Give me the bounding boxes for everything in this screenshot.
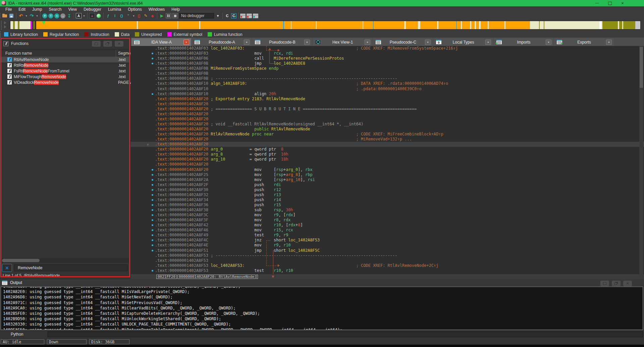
list-red-icon[interactable] bbox=[240, 14, 246, 18]
tab-local-types[interactable]: 0Local Types× bbox=[433, 38, 493, 46]
disasm-line[interactable]: .text:00000001402A8F42 mov r10, [rdx+8] bbox=[131, 223, 644, 228]
diamond-icon[interactable]: ◆ bbox=[150, 13, 155, 18]
close-tab-icon[interactable]: × bbox=[546, 40, 551, 45]
menu-item-edit[interactable]: Edit bbox=[15, 7, 29, 12]
tab-pseudocode-b[interactable]: Pseudocode-B× bbox=[252, 38, 312, 46]
caret-icon[interactable]: ▾ bbox=[36, 13, 39, 18]
list-teal-icon[interactable] bbox=[253, 14, 258, 18]
floppy-icon[interactable] bbox=[9, 13, 14, 18]
float-button[interactable] bbox=[612, 281, 621, 286]
close-button[interactable]: × bbox=[621, 1, 625, 5]
disasm-vscrollbar[interactable] bbox=[639, 46, 643, 274]
tab-hex-view-1[interactable]: Hex View-1× bbox=[313, 38, 372, 46]
disasm-line[interactable]: .text:00000001402A8F49 test r9, r9 bbox=[131, 233, 644, 238]
caret-icon[interactable]: ▾ bbox=[132, 13, 135, 18]
disasm-line[interactable]: .text:00000001402A8F03 mov rcx, rdi bbox=[131, 51, 644, 56]
disasm-line[interactable]: .text:00000001402A8F2F push rdi bbox=[131, 182, 644, 187]
disasm-line[interactable]: .text:00000001402A8F53 test r10, r10 bbox=[131, 268, 644, 273]
undo-icon[interactable]: ↶ bbox=[18, 13, 24, 18]
menu-item-windows[interactable]: Windows bbox=[145, 7, 168, 12]
pause-icon[interactable] bbox=[166, 13, 171, 18]
menu-item-help[interactable]: Help bbox=[168, 7, 183, 12]
disasm-line[interactable]: .text:00000001402A8F53 loc_1402A8F53: ; … bbox=[131, 263, 644, 268]
column-divider[interactable] bbox=[116, 50, 116, 57]
caretbox-icon[interactable]: ▾ bbox=[215, 13, 221, 18]
disasm-line[interactable]: .text:00000001402A8F20 arg_10 = qword pt… bbox=[131, 157, 644, 162]
disasm-line[interactable]: .text:00000001402A8F51 jmp short loc_140… bbox=[131, 248, 644, 253]
disasm-line[interactable]: .text:00000001402A8F32 push r13 bbox=[131, 192, 644, 197]
maximize-button[interactable] bbox=[92, 41, 101, 47]
disassembly-view[interactable]: .text:00000001402A8F03 loc_1402A8F03: ; … bbox=[131, 46, 644, 274]
close-tab-icon[interactable]: × bbox=[304, 40, 310, 45]
close-panel-button[interactable]: ✕ bbox=[115, 41, 123, 47]
redbr-icon[interactable]: [] bbox=[136, 13, 142, 18]
disasm-line[interactable]: .text:00000001402A8F38 sub rsp, 30h bbox=[131, 208, 644, 213]
pencil-icon[interactable]: ✎ bbox=[143, 13, 149, 18]
column-function-name[interactable]: Function name bbox=[5, 51, 32, 56]
function-row[interactable]: fMiFlowThroughRemoveNode.text bbox=[0, 74, 129, 79]
output-log[interactable]: 1402A7C80: using guessed type __int64 __… bbox=[1, 287, 643, 330]
disasm-line[interactable]: .text:00000001402A8F0B ; ---------------… bbox=[131, 76, 644, 81]
maximize-button[interactable] bbox=[600, 281, 609, 286]
list-red2-icon[interactable] bbox=[247, 14, 252, 18]
disasm-line[interactable]: .text:00000001402A8F25 mov [rsp+arg_8], … bbox=[131, 172, 644, 177]
disasm-line[interactable]: .text:00000001402A8F03 loc_1402A8F03: ; … bbox=[131, 46, 644, 51]
disasm-line[interactable]: .text:00000001402A8F06 call MiDereferenc… bbox=[131, 56, 644, 61]
disasm-line[interactable]: .text:00000001402A8F20 ; MiRemoveVad+132… bbox=[131, 137, 644, 142]
vscrollbar-thumb[interactable] bbox=[640, 47, 643, 88]
menu-item-jump[interactable]: Jump bbox=[29, 7, 45, 12]
float-button[interactable] bbox=[103, 41, 112, 47]
folder-icon[interactable] bbox=[2, 13, 8, 18]
disasm-line[interactable]: .text:00000001402A8F20 arg_0 = qword ptr… bbox=[131, 147, 644, 152]
stop-icon[interactable] bbox=[172, 13, 178, 18]
disasm-line[interactable]: .text:00000001402A8F20 bbox=[131, 162, 644, 167]
close-tab-icon[interactable]: × bbox=[425, 40, 431, 45]
functions-search-input[interactable] bbox=[14, 265, 127, 271]
disasm-line[interactable]: .text:00000001402A8F20 bbox=[131, 117, 644, 122]
function-row[interactable]: fRtlAvlRemoveNode.text bbox=[0, 57, 129, 62]
function-row[interactable]: fRtlRbRemoveNode.text bbox=[0, 62, 129, 68]
disasm-line[interactable]: .text:00000001402A8F20 ; ===============… bbox=[131, 107, 644, 112]
python-tab[interactable]: Python bbox=[11, 332, 23, 337]
band-drag-handle[interactable] bbox=[1, 21, 2, 30]
redtri-icon[interactable]: ▲ bbox=[89, 13, 95, 18]
column-segment[interactable]: Segme bbox=[118, 51, 131, 56]
disasm-line[interactable]: .text:00000001402A8F20 RtlAvlRemoveNode … bbox=[131, 132, 644, 137]
menu-item-file[interactable]: File bbox=[2, 7, 15, 12]
minimize-button[interactable] bbox=[595, 1, 599, 5]
band-scroll-left-icon[interactable] bbox=[4, 21, 8, 24]
disasm-line[interactable]: .text:00000001402A8F20 public RtlAvlRemo… bbox=[131, 127, 644, 132]
disasm-line[interactable]: .text:00000001402A8F34 push r14 bbox=[131, 197, 644, 203]
disasm-line[interactable]: .text:00000001402A8F10 align 20h bbox=[131, 92, 644, 97]
menu-item-options[interactable]: Options bbox=[124, 7, 145, 12]
caret-icon[interactable]: ▾ bbox=[83, 13, 86, 18]
tab-pseudocode-a[interactable]: Pseudocode-A× bbox=[192, 38, 252, 46]
menu-item-view[interactable]: View bbox=[65, 7, 80, 12]
disasm-line[interactable]: .text:00000001402A8F3C mov r9, [rdx] bbox=[131, 213, 644, 218]
tab-exports[interactable]: ▶Exports× bbox=[554, 38, 614, 46]
disasm-line[interactable]: .text:00000001402A8F20 arg_8 = qword ptr… bbox=[131, 152, 644, 157]
c2-icon[interactable]: C▸ bbox=[231, 13, 236, 18]
close-tab-icon[interactable]: × bbox=[485, 40, 491, 45]
disasm-line[interactable]: .text:00000001402A8F30 push r12 bbox=[131, 187, 644, 192]
clear-search-icon[interactable]: ✕ bbox=[2, 264, 12, 272]
circle-t-icon[interactable]: T bbox=[48, 13, 53, 18]
disasm-line[interactable]: .text:00000001402A8F3F mov r8, rdx bbox=[131, 218, 644, 223]
close-panel-button[interactable]: ✕ bbox=[623, 281, 632, 286]
disasm-line[interactable]: .text:00000001402A8F0B bbox=[131, 71, 644, 76]
maximize-button[interactable] bbox=[608, 1, 612, 5]
close-tab-icon[interactable]: × bbox=[244, 40, 250, 45]
disasm-line[interactable]: .text:00000001402A8F46 mov r15, rcx bbox=[131, 228, 644, 233]
disasm-line[interactable]: .text:00000001402A8F10 ; .pdata:00000001… bbox=[131, 86, 644, 92]
disasm-line[interactable]: .text:00000001402A8F36 push r15 bbox=[131, 203, 644, 208]
disasm-line[interactable]: ∨.text:00000001402A8F20 bbox=[131, 142, 644, 147]
disasm-line[interactable]: .text:00000001402A8F4C jnz short loc_140… bbox=[131, 238, 644, 243]
disasm-line[interactable]: .text:00000001402A8F20 ; void __fastcall… bbox=[131, 122, 644, 127]
disasm-line[interactable]: .text:00000001402A8F20 ; Exported entry … bbox=[131, 97, 644, 102]
menu-item-lumina[interactable]: Lumina bbox=[105, 7, 124, 12]
circle-go-icon[interactable]: → bbox=[60, 13, 65, 18]
tab-pseudocode-c[interactable]: Pseudocode-C× bbox=[373, 38, 433, 46]
circle-lines-icon[interactable]: ≡ bbox=[54, 13, 59, 18]
fn-i-icon[interactable]: I bbox=[112, 13, 118, 18]
pin-icon[interactable]: ↧ bbox=[66, 13, 72, 18]
